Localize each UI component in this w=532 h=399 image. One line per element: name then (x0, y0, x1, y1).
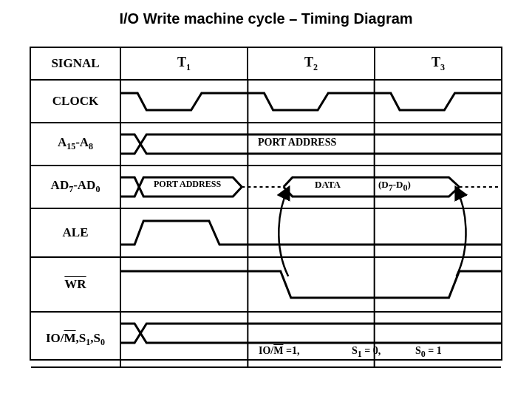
row-addr-hi: A15-A8 PORT ADDRESS (31, 123, 501, 166)
header-row: SIGNAL T1 T2 T3 (31, 48, 501, 81)
timing-frame: SIGNAL T1 T2 T3 CLOCK A15-A8 (30, 47, 502, 361)
iom-eq: IO/M =1, (259, 345, 299, 357)
wr-wave (121, 258, 501, 311)
row-ioms: IO/M,S1,S0 IO/M =1, S1 = 0, S0 = 1 (31, 313, 501, 368)
label-ale: ALE (31, 209, 121, 256)
ioms-wave: IO/M =1, S1 = 0, S0 = 1 (121, 313, 501, 366)
label-wr: WR (31, 258, 121, 311)
page-title: I/O Write machine cycle – Timing Diagram (0, 0, 532, 30)
ale-wave (121, 209, 501, 256)
row-addr-lo: AD7-AD0 PORT ADDRESS DATA (D7-D0) (31, 166, 501, 209)
s1-eq: S1 = 0, (352, 345, 381, 360)
row-wr: WR (31, 258, 501, 313)
label-addr-lo: AD7-AD0 (31, 166, 121, 208)
header-t3: T3 (375, 48, 501, 79)
header-t1: T1 (121, 48, 248, 79)
clock-wave (121, 81, 501, 122)
addr-lo-annot-d7d0: (D7-D0) (378, 179, 411, 194)
addr-hi-annot: PORT ADDRESS (258, 137, 336, 149)
label-ioms: IO/M,S1,S0 (31, 313, 121, 366)
header-t2: T2 (248, 48, 375, 79)
label-clock: CLOCK (31, 81, 121, 122)
addr-hi-wave: PORT ADDRESS (121, 123, 501, 165)
label-addr-hi: A15-A8 (31, 123, 121, 165)
row-clock: CLOCK (31, 81, 501, 123)
row-ale: ALE (31, 209, 501, 258)
addr-lo-annot-data: DATA (315, 179, 341, 191)
s0-eq: S0 = 1 (415, 345, 442, 360)
addr-lo-annot-port: PORT ADDRESS (154, 179, 221, 190)
header-signal: SIGNAL (31, 48, 121, 79)
addr-lo-wave: PORT ADDRESS DATA (D7-D0) (121, 166, 501, 208)
